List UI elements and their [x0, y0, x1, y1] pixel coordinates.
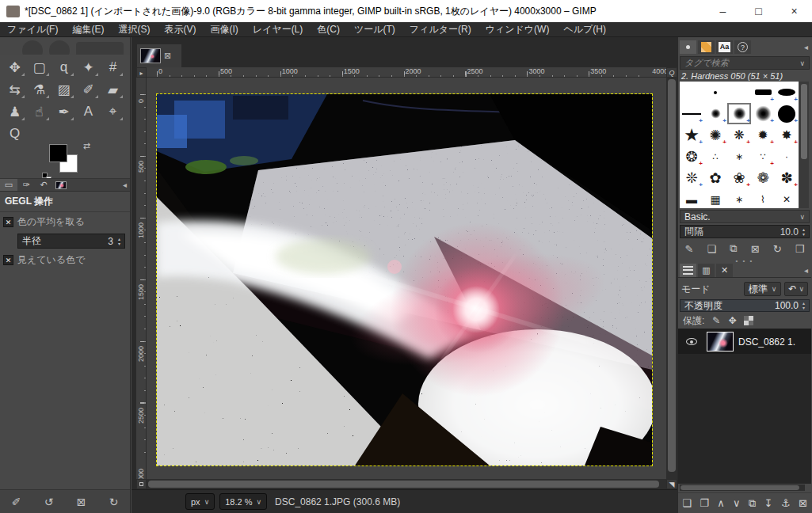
brush-cell[interactable]: +	[680, 103, 703, 124]
horizontal-scrollbar-thumb[interactable]	[148, 481, 659, 488]
fonts-tab[interactable]: Aa	[716, 40, 733, 54]
brush-cell[interactable]: ✿	[703, 167, 727, 188]
brush-cell[interactable]: ❂+	[680, 146, 703, 167]
brush-cell[interactable]: ▬	[680, 188, 703, 208]
images-tab[interactable]	[52, 179, 70, 191]
menu-item-2[interactable]: 選択(S)	[111, 22, 157, 37]
brush-cell[interactable]: ✹+	[751, 124, 775, 146]
brush-cell[interactable]	[680, 82, 703, 103]
quick-mask-toggle-button[interactable]	[136, 479, 147, 489]
collapse-dock-icon[interactable]: ◂	[804, 43, 808, 51]
brush-cell[interactable]: ❁	[751, 167, 775, 188]
close-button[interactable]: ×	[776, 0, 812, 22]
brushes-tab[interactable]	[680, 40, 696, 54]
paths-tab[interactable]: ✕	[716, 264, 733, 277]
menu-item-3[interactable]: 表示(V)	[157, 22, 203, 37]
channels-tab[interactable]: ▥	[698, 264, 715, 277]
brush-cell[interactable]: ▦	[703, 188, 727, 208]
rectangle-select-tool[interactable]: ▢	[27, 56, 51, 78]
lock-position-icon[interactable]: ✥	[728, 315, 736, 326]
menu-item-1[interactable]: 編集(E)	[65, 22, 111, 37]
visibility-eye-icon[interactable]	[686, 338, 697, 345]
new-layer-button[interactable]: ❏	[682, 497, 692, 509]
color-picker-tool[interactable]: ⌖	[101, 101, 125, 123]
unit-dropdown[interactable]: px∨	[185, 493, 215, 510]
eraser-tool[interactable]: ▰	[101, 78, 125, 101]
duplicate-brush-button[interactable]: ⧉	[730, 242, 737, 255]
brush-cell[interactable]: +	[775, 82, 799, 103]
maximize-button[interactable]: □	[741, 0, 776, 22]
menu-item-4[interactable]: 画像(I)	[203, 22, 245, 37]
brush-cell[interactable]: +	[751, 103, 775, 124]
brush-cell[interactable]: ∗	[727, 188, 751, 208]
brush-cell[interactable]: ★+	[680, 124, 703, 146]
layer-list-scrollbar[interactable]	[680, 484, 805, 491]
text-tool[interactable]: A	[76, 101, 101, 123]
lock-alpha-icon[interactable]	[744, 316, 753, 325]
radius-field[interactable]: 半径 3 ▴▾	[17, 234, 125, 249]
open-brush-as-image-button[interactable]: ❒	[795, 243, 805, 255]
collapse-dock-icon[interactable]: ◂	[804, 266, 808, 275]
navigation-preview-button[interactable]: ◥	[666, 479, 677, 489]
horizontal-scrollbar[interactable]	[147, 479, 666, 489]
delete-brush-button[interactable]: ⊠	[751, 243, 760, 255]
zoom-tool[interactable]: Q	[2, 123, 27, 145]
brush-spacing-slider[interactable]: 間隔 10.0 ▴▾	[680, 225, 810, 238]
menu-item-8[interactable]: フィルター(R)	[402, 22, 478, 37]
brush-cell[interactable]: +	[775, 103, 799, 124]
brush-cell[interactable]	[703, 82, 727, 103]
foreground-color-swatch[interactable]	[49, 144, 67, 162]
vertical-scrollbar[interactable]	[666, 78, 677, 479]
brush-cell[interactable]: ✽+	[775, 167, 799, 188]
restore-tool-preset-button[interactable]: ↺	[40, 496, 59, 508]
wilber-drag-handle[interactable]	[0, 37, 130, 55]
undo-history-tab[interactable]: ↶	[35, 179, 52, 191]
lower-layer-button[interactable]: ∨	[733, 497, 741, 509]
merge-down-button[interactable]: ↧	[764, 497, 773, 509]
delete-tool-preset-button[interactable]: ⊠	[72, 496, 91, 508]
move-tool[interactable]: ✥	[2, 56, 27, 78]
tool-options-tab[interactable]: ▭	[0, 179, 17, 191]
save-tool-preset-button[interactable]: ✐	[7, 496, 26, 508]
layer-opacity-slider[interactable]: 不透明度 100.0 ▴▾	[680, 299, 810, 312]
clone-tool[interactable]: ♟	[2, 101, 27, 123]
brush-cell[interactable]: +	[751, 82, 775, 103]
brush-cell-selected[interactable]: +	[727, 103, 751, 124]
swap-colors-icon[interactable]: ⇄	[83, 141, 90, 151]
zoom-image-when-window-resized-button[interactable]: Q	[666, 67, 677, 78]
brush-cell[interactable]: ❀+	[727, 167, 751, 188]
brush-cell[interactable]: +	[703, 103, 727, 124]
menu-item-6[interactable]: 色(C)	[310, 22, 347, 37]
image-layer-boundary[interactable]	[157, 94, 652, 466]
anchor-layer-button[interactable]: ⚓	[781, 497, 791, 509]
menu-item-0[interactable]: ファイル(F)	[0, 22, 65, 37]
radius-spinner[interactable]: ▴▾	[115, 234, 124, 248]
new-brush-button[interactable]: ❏	[707, 243, 717, 255]
brush-set-dropdown[interactable]: Basic. ∨	[680, 210, 810, 223]
menu-item-9[interactable]: ウィンドウ(W)	[478, 22, 557, 37]
duplicate-layer-button[interactable]: ⧉	[749, 497, 756, 510]
free-select-tool[interactable]: ɋ	[51, 56, 76, 78]
layer-row[interactable]: DSC_0862 1.	[678, 329, 811, 354]
horizontal-ruler[interactable]: 05001000150020002500300035004000	[147, 67, 666, 78]
crop-tool[interactable]: #	[101, 56, 125, 78]
brush-grid-scrollbar-thumb[interactable]	[801, 84, 807, 159]
gradient-tool[interactable]: ▨	[51, 78, 76, 101]
brush-cell[interactable]: ∴	[703, 146, 727, 167]
brush-search-input[interactable]: タグで検索 ∨	[680, 56, 810, 70]
raise-layer-button[interactable]: ∧	[717, 497, 725, 509]
delete-layer-button[interactable]: ⊠	[799, 497, 807, 509]
minimize-button[interactable]: –	[705, 0, 741, 22]
layer-mode-dropdown[interactable]: 標準 ∨	[744, 282, 782, 296]
mode-switch-button[interactable]: ↶ ∨	[784, 282, 808, 296]
menu-item-5[interactable]: レイヤー(L)	[246, 22, 311, 37]
layers-tab[interactable]	[680, 264, 696, 277]
brush-cell[interactable]	[727, 82, 751, 103]
collapse-dock-icon[interactable]: ◂	[123, 180, 127, 189]
image-tab[interactable]: ⊠	[136, 44, 182, 67]
image-tab-close-icon[interactable]: ⊠	[164, 51, 171, 61]
checkbox-icon[interactable]: ✕	[3, 255, 13, 265]
zoom-dropdown[interactable]: 18.2 %∨	[219, 493, 267, 510]
canvas-viewport[interactable]	[147, 78, 666, 479]
document-history-tab[interactable]: ?	[734, 40, 751, 54]
